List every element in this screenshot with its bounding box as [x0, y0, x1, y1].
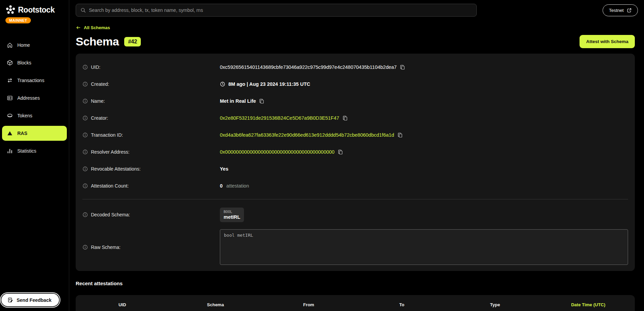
- app-root: Rootstock MAINNET Home Blocks Transactio…: [0, 0, 644, 311]
- info-icon: [82, 245, 88, 250]
- revocable-label: Revocable Attestations:: [91, 166, 140, 172]
- topbar: Testnet: [69, 0, 644, 20]
- creator-address-link[interactable]: 0x2e80F532191de291536B24Ce5D67a9B0D3E51F…: [220, 115, 339, 121]
- schema-id-badge: #42: [124, 37, 141, 46]
- panel-divider: [82, 199, 628, 199]
- clock-icon: [220, 81, 225, 87]
- uid-row: UID: 0xc59265615401143689cbfe73046a922c9…: [82, 59, 628, 76]
- resolver-address-link[interactable]: 0x00000000000000000000000000000000000000…: [220, 149, 335, 155]
- sidebar-item-addresses[interactable]: Addresses: [2, 91, 67, 105]
- transaction-id-label: Transaction ID:: [91, 132, 123, 138]
- testnet-label: Testnet: [609, 8, 624, 13]
- ras-triangle-icon: [7, 130, 13, 136]
- info-icon: [82, 132, 88, 138]
- name-row: Name: Met in Real Life: [82, 93, 628, 110]
- copy-icon[interactable]: [259, 98, 264, 104]
- attest-with-schema-button[interactable]: Attest with Schema: [580, 35, 635, 48]
- rootstock-flower-icon: [5, 5, 16, 15]
- raw-schema-textarea[interactable]: bool metIRL: [220, 229, 628, 265]
- column-header-type[interactable]: Type: [449, 302, 542, 307]
- column-header-to[interactable]: To: [355, 302, 449, 307]
- uid-label: UID:: [91, 64, 100, 70]
- creator-row: Creator: 0x2e80F532191de291536B24Ce5D67a…: [82, 110, 628, 127]
- back-arrow-icon: [76, 25, 81, 30]
- sidebar-item-label: Addresses: [17, 95, 40, 101]
- search-bar: [76, 4, 477, 17]
- rootstock-logo[interactable]: Rootstock: [0, 5, 69, 15]
- created-label: Created:: [91, 81, 109, 87]
- column-header-datetime[interactable]: Date Time (UTC): [542, 302, 635, 307]
- copy-icon[interactable]: [342, 115, 348, 121]
- search-input[interactable]: [89, 7, 472, 13]
- created-row: Created: 8M ago | Aug 23 2024 19:11:35 U…: [82, 76, 628, 93]
- sidebar: Rootstock MAINNET Home Blocks Transactio…: [0, 0, 69, 311]
- network-badge: MAINNET: [5, 17, 31, 23]
- sidebar-item-label: Home: [17, 42, 30, 48]
- brand-name: Rootstock: [18, 5, 55, 15]
- sidebar-item-label: RAS: [17, 131, 27, 136]
- send-feedback-button[interactable]: Send Feedback: [1, 293, 60, 307]
- transaction-id-row: Transaction ID: 0xd4a3b6fea627fa63363fe2…: [82, 127, 628, 143]
- feedback-pencil-icon: [7, 297, 13, 303]
- testnet-switch-button[interactable]: Testnet: [603, 4, 638, 16]
- info-icon: [82, 166, 88, 172]
- attestations-table: UID Schema From To Type Date Time (UTC): [76, 295, 635, 311]
- send-feedback-label: Send Feedback: [17, 297, 52, 303]
- copy-icon[interactable]: [400, 64, 405, 70]
- swap-arrows-icon: [7, 77, 13, 83]
- sidebar-item-label: Tokens: [17, 113, 32, 118]
- attestation-unit: attestation: [226, 183, 249, 189]
- info-icon: [82, 81, 88, 87]
- decoded-schema-chip: BOOL metIRL: [220, 208, 244, 222]
- schema-page: All Schemas Schema #42 Attest with Schem…: [69, 20, 644, 311]
- sidebar-item-tokens[interactable]: Tokens: [2, 108, 67, 123]
- recent-attestations-heading: Recent attestations: [76, 280, 635, 286]
- sidebar-item-home[interactable]: Home: [2, 38, 67, 53]
- column-header-from[interactable]: From: [262, 302, 355, 307]
- sidebar-nav: Home Blocks Transactions Addresses Token…: [0, 36, 69, 160]
- column-header-uid[interactable]: UID: [76, 302, 169, 307]
- sidebar-item-statistics[interactable]: Statistics: [2, 143, 67, 158]
- info-icon: [82, 64, 88, 70]
- resolver-address-label: Resolver Address:: [91, 149, 130, 155]
- revocable-row: Revocable Attestations: Yes: [82, 160, 628, 177]
- sidebar-item-label: Statistics: [17, 148, 36, 154]
- raw-schema-label: Raw Schema:: [91, 245, 120, 250]
- decoded-field-type: BOOL: [224, 210, 240, 214]
- breadcrumb-all-schemas[interactable]: All Schemas: [76, 25, 110, 30]
- copy-icon[interactable]: [397, 132, 403, 138]
- raw-schema-row: Raw Schema: bool metIRL: [82, 229, 628, 265]
- resolver-address-row: Resolver Address: 0x00000000000000000000…: [82, 143, 628, 160]
- attestation-count-label: Attestation Count:: [91, 183, 129, 189]
- home-icon: [7, 42, 13, 48]
- info-icon: [82, 212, 88, 217]
- sidebar-item-ras[interactable]: RAS: [2, 126, 67, 141]
- decoded-schema-row: Decoded Schema: BOOL metIRL: [82, 203, 628, 226]
- breadcrumb-label: All Schemas: [84, 25, 110, 30]
- sidebar-item-label: Transactions: [17, 78, 44, 83]
- schema-detail-panel: UID: 0xc59265615401143689cbfe73046a922c9…: [76, 54, 635, 271]
- column-header-schema[interactable]: Schema: [169, 302, 262, 307]
- copy-icon[interactable]: [338, 149, 343, 155]
- info-icon: [82, 115, 88, 121]
- sidebar-item-label: Blocks: [17, 60, 31, 65]
- info-icon: [82, 183, 88, 189]
- title-row: Schema #42 Attest with Schema: [76, 35, 635, 48]
- uid-value: 0xc59265615401143689cbfe73046a922c975c99…: [220, 64, 397, 70]
- info-icon: [82, 98, 88, 104]
- cube-icon: [7, 60, 13, 66]
- attestation-count-value: 0: [220, 183, 223, 189]
- sidebar-item-transactions[interactable]: Transactions: [2, 73, 67, 88]
- token-coin-icon: [7, 113, 13, 119]
- name-value: Met in Real Life: [220, 98, 256, 104]
- created-value: 8M ago | Aug 23 2024 19:11:35 UTC: [228, 81, 310, 87]
- sidebar-item-blocks[interactable]: Blocks: [2, 55, 67, 70]
- revocable-value: Yes: [220, 166, 228, 172]
- external-link-icon: [627, 8, 632, 13]
- search-icon: [80, 7, 86, 13]
- attestation-count-row: Attestation Count: 0attestation: [82, 177, 628, 194]
- transaction-id-link[interactable]: 0xd4a3b6fea627fa63363fe22e90d66ed613e912…: [220, 132, 394, 138]
- page-title: Schema: [76, 35, 119, 48]
- info-icon: [82, 149, 88, 155]
- main-area: Testnet All Schemas Schema #42 Attest wi…: [69, 0, 644, 311]
